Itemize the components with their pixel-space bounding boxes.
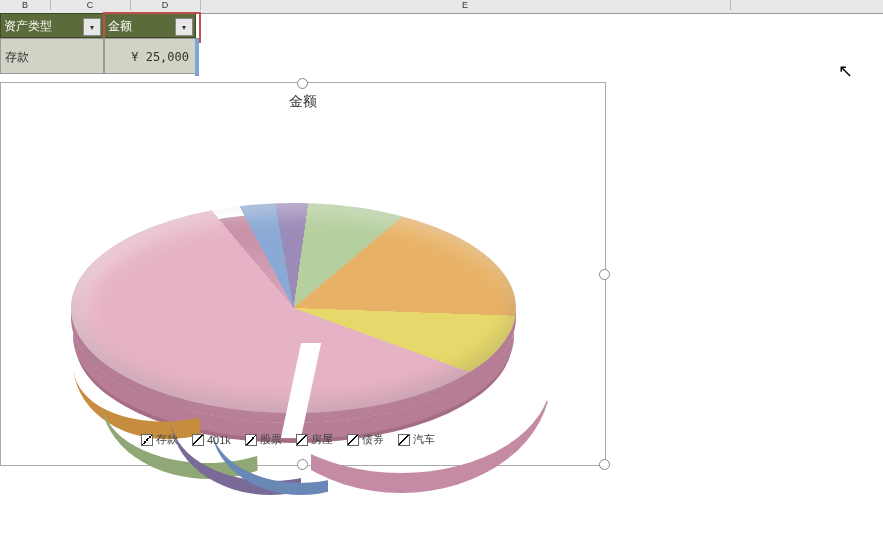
legend-item-house[interactable]: 房屋 bbox=[296, 432, 333, 447]
chart-title[interactable]: 金额 bbox=[1, 93, 605, 111]
legend-swatch-icon bbox=[296, 434, 308, 446]
mouse-cursor-icon: ↖ bbox=[838, 60, 853, 82]
header-asset-type[interactable]: 资产类型 ▾ bbox=[0, 13, 104, 38]
filter-dropdown-asset-type[interactable]: ▾ bbox=[83, 18, 101, 36]
spreadsheet-column-headers: B C D E bbox=[0, 0, 883, 14]
legend-item-car[interactable]: 汽车 bbox=[398, 432, 435, 447]
header-asset-type-label: 资产类型 bbox=[4, 19, 52, 33]
resize-handle-bottom-right[interactable] bbox=[599, 459, 610, 470]
chart-legend[interactable]: 存款 401k 股票 房屋 债券 汽车 bbox=[141, 432, 435, 447]
adjacent-cell-edge bbox=[195, 38, 199, 76]
legend-swatch-icon bbox=[398, 434, 410, 446]
legend-swatch-icon bbox=[245, 434, 257, 446]
legend-swatch-icon bbox=[347, 434, 359, 446]
col-header-e[interactable]: E bbox=[200, 0, 731, 10]
legend-item-deposit[interactable]: 存款 bbox=[141, 432, 178, 447]
legend-item-bond[interactable]: 债券 bbox=[347, 432, 384, 447]
legend-swatch-icon bbox=[141, 434, 153, 446]
col-header-b[interactable]: B bbox=[0, 0, 51, 10]
header-amount-label: 金额 bbox=[108, 19, 132, 33]
legend-item-stock[interactable]: 股票 bbox=[245, 432, 282, 447]
pie-chart-object[interactable]: 金额 存款 401k 股票 房屋 债券 汽车 bbox=[0, 82, 606, 466]
resize-handle-top[interactable] bbox=[297, 78, 308, 89]
cell-asset-type[interactable]: 存款 bbox=[0, 38, 104, 74]
legend-item-401k[interactable]: 401k bbox=[192, 432, 231, 447]
filter-dropdown-amount[interactable]: ▾ bbox=[175, 18, 193, 36]
legend-swatch-icon bbox=[192, 434, 204, 446]
col-header-c[interactable]: C bbox=[50, 0, 131, 10]
pie-plot-area[interactable] bbox=[71, 143, 516, 443]
cell-amount[interactable]: ¥ 25,000 bbox=[104, 38, 196, 74]
header-amount[interactable]: 金额 ▾ bbox=[104, 13, 196, 38]
col-header-d[interactable]: D bbox=[130, 0, 201, 10]
resize-handle-right[interactable] bbox=[599, 269, 610, 280]
